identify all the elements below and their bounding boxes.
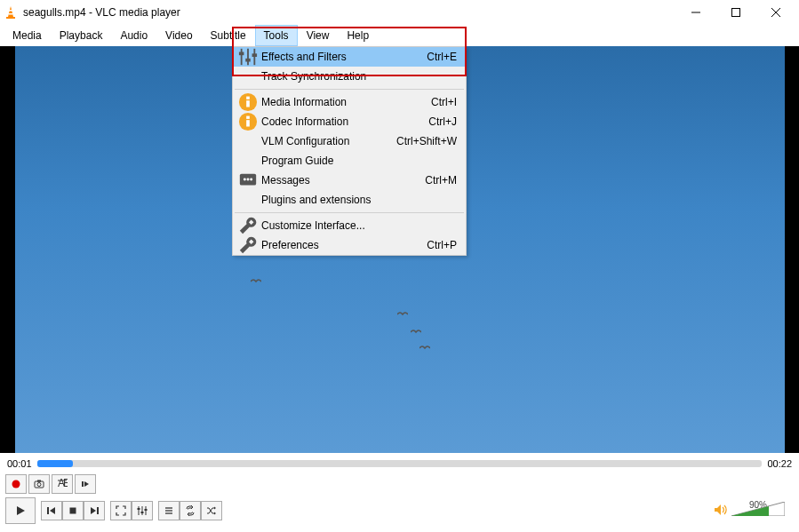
svg-point-21 — [244, 179, 246, 181]
svg-marker-31 — [84, 481, 89, 487]
menu-item-label: VLM Configuration — [258, 135, 396, 147]
menu-item-label: Customize Interface... — [258, 219, 457, 232]
svg-rect-42 — [141, 512, 144, 513]
time-current: 00:01 — [7, 458, 32, 469]
menu-tools[interactable]: Tools — [255, 25, 298, 46]
svg-point-24 — [12, 480, 20, 488]
skip-back-button[interactable] — [41, 501, 62, 520]
view-group — [110, 501, 153, 520]
menu-item-messages[interactable]: Messages Ctrl+M — [233, 171, 466, 190]
svg-marker-34 — [50, 507, 55, 514]
svg-point-22 — [247, 179, 250, 181]
menu-item-vlm-config[interactable]: VLM Configuration Ctrl+Shift+W — [233, 131, 466, 151]
svg-rect-18 — [246, 120, 250, 126]
menu-item-label: Codec Information — [258, 115, 428, 128]
main-controls: 90% — [5, 497, 794, 524]
menu-video[interactable]: Video — [156, 25, 201, 46]
menu-item-track-sync[interactable]: Track Synchronization — [233, 67, 466, 86]
playlist-button[interactable] — [158, 501, 180, 520]
time-row: 00:01 00:22 — [0, 455, 799, 472]
wrench-icon — [238, 216, 258, 235]
svg-rect-11 — [239, 52, 244, 56]
secondary-controls: AB — [5, 474, 96, 494]
svg-point-26 — [37, 483, 41, 487]
menu-separator — [235, 212, 464, 213]
messages-icon — [238, 171, 258, 190]
menu-item-codec-info[interactable]: Codec Information Ctrl+J — [233, 112, 466, 131]
svg-marker-36 — [91, 507, 96, 514]
menu-item-label: Preferences — [258, 239, 427, 251]
time-total: 00:22 — [767, 458, 792, 469]
menu-item-shortcut: Ctrl+J — [428, 115, 460, 128]
seekbar-progress — [37, 460, 74, 467]
menu-item-media-info[interactable]: Media Information Ctrl+I — [233, 92, 466, 112]
skip-group — [41, 501, 105, 520]
menu-item-preferences[interactable]: Preferences Ctrl+P — [233, 235, 466, 255]
menu-item-label: Media Information — [258, 96, 431, 108]
volume-area: 90% — [714, 502, 794, 520]
wrench-icon — [238, 235, 258, 255]
menu-item-label: Plugins and extensions — [258, 194, 457, 206]
close-button[interactable] — [755, 0, 795, 25]
maximize-button[interactable] — [715, 0, 755, 25]
menu-item-plugins[interactable]: Plugins and extensions — [233, 190, 466, 210]
svg-marker-49 — [715, 504, 721, 515]
svg-marker-48 — [214, 512, 216, 515]
seekbar[interactable] — [37, 460, 763, 467]
svg-rect-19 — [246, 116, 250, 119]
svg-rect-2 — [9, 10, 12, 12]
menu-item-shortcut: Ctrl+E — [427, 51, 460, 63]
speaker-icon[interactable] — [714, 504, 728, 519]
menu-item-shortcut: Ctrl+M — [425, 174, 460, 187]
svg-rect-43 — [145, 509, 148, 511]
menu-item-label: Messages — [258, 174, 425, 187]
shuffle-button[interactable] — [201, 501, 222, 520]
bird-icon — [411, 326, 421, 333]
play-button[interactable] — [5, 497, 36, 524]
svg-marker-47 — [214, 507, 216, 510]
fullscreen-button[interactable] — [110, 501, 132, 520]
menu-item-customize[interactable]: Customize Interface... — [233, 216, 466, 235]
svg-rect-27 — [37, 480, 41, 482]
tools-dropdown: Effects and Filters Ctrl+E Track Synchro… — [232, 46, 467, 256]
menu-item-shortcut: Ctrl+P — [427, 239, 460, 251]
svg-rect-33 — [47, 507, 49, 514]
bird-icon — [251, 275, 261, 282]
menu-audio[interactable]: Audio — [111, 25, 156, 46]
skip-forward-button[interactable] — [84, 501, 105, 520]
extended-settings-button[interactable] — [132, 501, 153, 520]
menu-media[interactable]: Media — [4, 25, 51, 46]
svg-rect-12 — [245, 59, 251, 62]
menu-subtitle[interactable]: Subtitle — [202, 25, 255, 46]
stop-button[interactable] — [62, 501, 84, 520]
menu-view[interactable]: View — [298, 25, 339, 46]
menu-item-shortcut: Ctrl+Shift+W — [396, 135, 460, 147]
menu-item-label: Effects and Filters — [258, 51, 427, 63]
loop-button[interactable] — [180, 501, 201, 520]
svg-marker-0 — [8, 6, 13, 17]
playlist-group — [158, 501, 222, 520]
atob-loop-button[interactable]: AB — [52, 474, 73, 494]
svg-rect-3 — [9, 13, 13, 15]
info-icon — [238, 112, 258, 131]
svg-rect-13 — [252, 53, 258, 57]
window-controls — [675, 0, 795, 25]
svg-rect-15 — [246, 100, 250, 107]
menu-help[interactable]: Help — [338, 25, 378, 46]
menu-item-effects-filters[interactable]: Effects and Filters Ctrl+E — [233, 47, 466, 67]
volume-slider[interactable]: 90% — [731, 502, 794, 520]
sliders-icon — [238, 47, 258, 67]
svg-rect-41 — [138, 508, 140, 510]
record-button[interactable] — [5, 474, 27, 494]
snapshot-button[interactable] — [28, 474, 50, 494]
svg-rect-1 — [6, 17, 15, 19]
menu-item-program-guide[interactable]: Program Guide — [233, 151, 466, 171]
bird-icon — [419, 342, 430, 349]
menu-playback[interactable]: Playback — [51, 25, 112, 46]
menu-item-label: Track Synchronization — [258, 70, 457, 83]
minimize-button[interactable] — [675, 0, 715, 25]
frame-step-button[interactable] — [75, 474, 96, 494]
svg-rect-35 — [70, 508, 76, 514]
titlebar: seagulls.mp4 - VLC media player — [0, 0, 799, 25]
svg-rect-16 — [246, 97, 250, 99]
